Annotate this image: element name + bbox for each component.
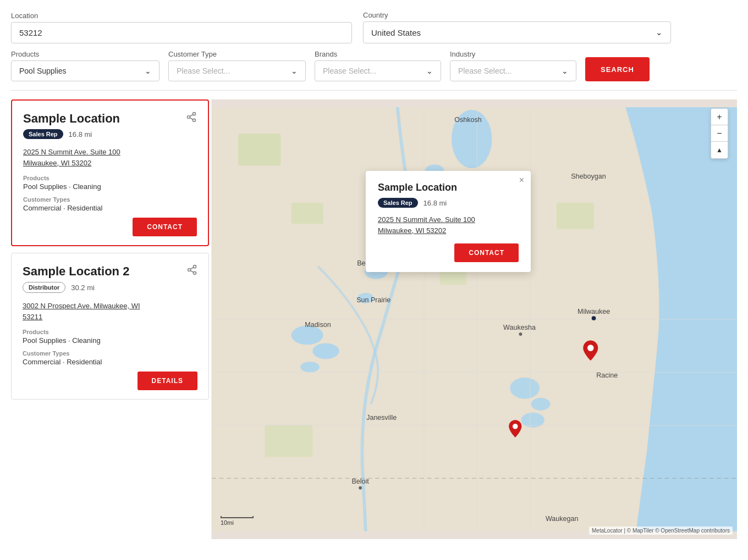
map-attribution: MetaLocator | © MapTiler © OpenStreetMap… [589, 526, 733, 535]
location-card-1[interactable]: Sample Location Sales Rep 16.8 mi 2025 N… [11, 99, 209, 246]
main-content: Sample Location Sales Rep 16.8 mi 2025 N… [11, 99, 737, 539]
products-field-group: Products Pool Supplies ⌄ [11, 50, 160, 81]
map-scale: 10mi [221, 516, 254, 526]
svg-rect-29 [292, 203, 323, 224]
brands-label: Brands [315, 50, 441, 58]
results-list: Sample Location Sales Rep 16.8 mi 2025 N… [11, 99, 212, 539]
svg-rect-28 [238, 134, 280, 165]
card1-customer-types-value: Commercial · Residential [23, 204, 197, 212]
card2-share-icon[interactable] [186, 264, 197, 278]
card1-address-link[interactable]: 2025 N Summit Ave. Suite 100 Milwaukee, … [23, 147, 197, 168]
zoom-out-button[interactable]: − [711, 125, 728, 142]
page-wrapper: Location Country United States ⌄ Product… [0, 0, 748, 560]
location-card-2[interactable]: Sample Location 2 Distributor 30.2 mi 30… [11, 253, 209, 400]
popup-close-button[interactable]: × [519, 175, 524, 185]
card1-title: Sample Location [23, 112, 120, 126]
card2-title: Sample Location 2 [23, 264, 129, 279]
card2-details-button[interactable]: DETAILS [138, 372, 197, 390]
popup-address-link[interactable]: 2025 N Summit Ave. Suite 100 Milwaukee, … [378, 214, 519, 236]
card2-address: 3002 N Prospect Ave. Milwaukee, WI 53211 [23, 301, 197, 322]
svg-line-8 [190, 270, 194, 272]
popup-badge: Sales Rep [378, 198, 418, 208]
svg-text:Racine: Racine [596, 372, 618, 379]
map-container: Oshkosh Fond du Lac Sheboygan Beaver Dam… [212, 99, 737, 539]
popup-footer: CONTACT [378, 243, 519, 262]
map-scale-bar [221, 516, 254, 518]
popup-contact-button[interactable]: CONTACT [454, 243, 519, 262]
card2-address-line1: 3002 N Prospect Ave. Milwaukee, WI [23, 302, 140, 310]
popup-address-line2: Milwaukee, WI 53202 [378, 226, 446, 235]
industry-field-group: Industry Please Select... ⌄ [450, 50, 576, 81]
customer-type-chevron-icon: ⌄ [291, 66, 298, 75]
svg-text:Sun Prairie: Sun Prairie [356, 296, 391, 304]
country-field-group: Country United States ⌄ [363, 11, 671, 43]
svg-line-3 [190, 118, 193, 119]
map-scale-label: 10mi [221, 519, 234, 526]
card2-address-link[interactable]: 3002 N Prospect Ave. Milwaukee, WI 53211 [23, 301, 197, 322]
products-value: Pool Supplies [19, 66, 67, 75]
card2-footer: DETAILS [23, 372, 197, 390]
country-value: United States [371, 28, 421, 37]
svg-text:Beloit: Beloit [351, 478, 369, 485]
customer-type-placeholder: Please Select... [177, 66, 230, 75]
svg-text:Waukesha: Waukesha [503, 324, 536, 331]
industry-select[interactable]: Please Select... ⌄ [450, 60, 576, 81]
svg-point-2 [193, 119, 196, 121]
country-label: Country [363, 11, 671, 19]
brands-select[interactable]: Please Select... ⌄ [315, 60, 441, 81]
card2-address-line2: 53211 [23, 313, 42, 321]
svg-line-4 [190, 114, 193, 116]
country-select[interactable]: United States ⌄ [363, 21, 671, 43]
card1-header: Sample Location [23, 112, 197, 126]
zoom-in-button[interactable]: + [711, 109, 728, 125]
location-field-group: Location [11, 12, 352, 43]
card1-badges: Sales Rep 16.8 mi [23, 129, 197, 139]
card1-customer-types-label: Customer Types [23, 196, 197, 203]
industry-placeholder: Please Select... [458, 66, 512, 75]
card2-header: Sample Location 2 [23, 264, 197, 279]
svg-point-7 [194, 271, 196, 274]
card1-address: 2025 N Summit Ave. Suite 100 Milwaukee, … [23, 147, 197, 168]
brands-placeholder: Please Select... [323, 66, 376, 75]
brands-chevron-icon: ⌄ [426, 66, 433, 75]
brands-field-group: Brands Please Select... ⌄ [315, 50, 441, 81]
svg-point-1 [188, 116, 190, 119]
map-popup: × Sample Location Sales Rep 16.8 mi 2025… [366, 171, 531, 272]
svg-point-18 [510, 378, 540, 399]
svg-text:Oshkosh: Oshkosh [454, 116, 481, 124]
svg-text:Waukegan: Waukegan [546, 515, 578, 523]
card2-badge: Distributor [23, 282, 65, 293]
search-bar: Location Country United States ⌄ Product… [11, 11, 737, 91]
popup-address-line1: 2025 N Summit Ave. Suite 100 [378, 215, 475, 224]
svg-point-49 [513, 424, 518, 429]
svg-point-48 [587, 345, 594, 351]
card1-products-value: Pool Supplies · Cleaning [23, 182, 197, 191]
search-button[interactable]: SEARCH [585, 57, 650, 81]
compass-button[interactable]: ▲ [711, 142, 728, 158]
popup-address: 2025 N Summit Ave. Suite 100 Milwaukee, … [378, 214, 519, 236]
svg-text:Janesville: Janesville [366, 414, 397, 422]
popup-badges: Sales Rep 16.8 mi [378, 198, 519, 208]
card1-share-icon[interactable] [186, 112, 197, 125]
card2-badges: Distributor 30.2 mi [23, 282, 197, 293]
svg-point-17 [300, 362, 320, 372]
card1-distance: 16.8 mi [69, 130, 92, 138]
card1-contact-button[interactable]: CONTACT [133, 218, 197, 236]
svg-point-0 [193, 113, 196, 115]
popup-title: Sample Location [378, 182, 519, 193]
products-select[interactable]: Pool Supplies ⌄ [11, 60, 160, 81]
location-label: Location [11, 12, 352, 20]
location-input[interactable] [11, 22, 352, 43]
industry-label: Industry [450, 50, 576, 58]
svg-point-45 [359, 486, 362, 490]
card1-address-line2: Milwaukee, WI 53202 [23, 159, 91, 167]
map-svg: Oshkosh Fond du Lac Sheboygan Beaver Dam… [212, 99, 737, 539]
popup-distance: 16.8 mi [424, 199, 447, 207]
card1-badge: Sales Rep [23, 129, 63, 139]
svg-text:Milwaukee: Milwaukee [578, 308, 610, 315]
search-row2: Products Pool Supplies ⌄ Customer Type P… [11, 50, 737, 81]
customer-type-select[interactable]: Please Select... ⌄ [168, 60, 306, 81]
svg-point-16 [312, 343, 339, 359]
svg-point-19 [531, 398, 551, 411]
map-zoom-controls: + − ▲ [711, 108, 728, 159]
